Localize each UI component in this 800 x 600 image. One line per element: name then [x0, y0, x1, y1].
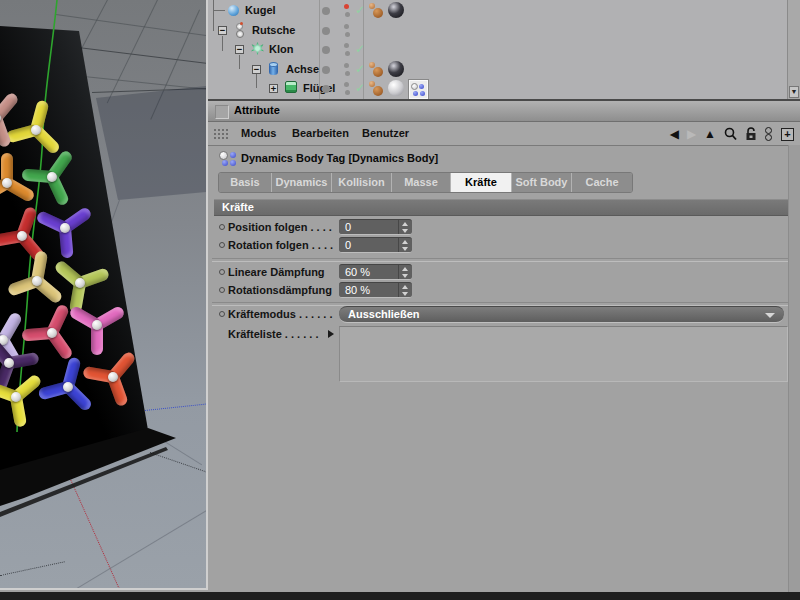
collapse-expander[interactable]: −	[235, 45, 244, 54]
menu-benutzer[interactable]: Benutzer	[362, 127, 409, 139]
visibility-dot-render[interactable]	[345, 32, 350, 37]
tab-kraefte[interactable]: Kräfte	[451, 173, 512, 192]
object-name[interactable]: Flügel	[303, 82, 335, 94]
kraefteliste-box[interactable]	[339, 326, 788, 382]
stepper-control[interactable]	[398, 238, 412, 252]
rutsche-object-icon	[234, 23, 244, 37]
panel-grip-icon[interactable]	[213, 128, 229, 140]
expand-arrow-icon[interactable]	[328, 330, 334, 338]
visibility-dot-render[interactable]	[345, 51, 350, 56]
visibility-dot-editor[interactable]	[344, 24, 349, 29]
kraeftemodus-dropdown[interactable]: Ausschließen	[339, 306, 784, 323]
field-row-lineare-daempfung: Lineare Dämpfung 60 %	[208, 264, 800, 280]
search-icon[interactable]	[724, 127, 737, 141]
field-label: Kräfteliste . . . . . .	[228, 328, 318, 340]
viewport-3d[interactable]	[0, 0, 208, 590]
lock-open-icon[interactable]	[745, 127, 757, 141]
field-row-rotation-folgen: Rotation folgen . . . . 0	[208, 237, 800, 253]
layer-dot[interactable]	[322, 66, 330, 74]
panel-menu-icon[interactable]	[215, 105, 229, 119]
field-row-position-folgen: Position folgen . . . . 0	[208, 219, 800, 235]
stepper-control[interactable]	[398, 283, 412, 297]
tab-kollision[interactable]: Kollision	[332, 173, 392, 192]
om-row-klon[interactable]: − Klon ✓	[208, 40, 788, 59]
visibility-dot-editor[interactable]	[344, 82, 349, 87]
tab-dynamics[interactable]: Dynamics	[272, 173, 332, 192]
layer-dot[interactable]	[322, 27, 330, 35]
object-name[interactable]: Klon	[269, 43, 293, 55]
field-row-rotationsdaempfung: Rotationsdämpfung 80 %	[208, 282, 800, 298]
field-label: Position folgen . . . .	[228, 221, 332, 233]
object-name[interactable]: Rutsche	[252, 24, 295, 36]
keyframe-dot[interactable]	[219, 224, 225, 230]
keyframe-dot[interactable]	[219, 287, 225, 293]
collapse-expander[interactable]: −	[252, 65, 261, 74]
history-forward-icon[interactable]: ▶	[687, 127, 696, 141]
collapse-expander[interactable]: +	[269, 84, 278, 93]
visibility-dot-editor[interactable]	[344, 43, 349, 48]
visibility-dot-render[interactable]	[345, 90, 350, 95]
om-scrollbar[interactable]: ▼	[787, 0, 800, 99]
visibility-dot-render[interactable]	[345, 71, 350, 76]
cloner-object-icon	[251, 42, 264, 55]
layer-dot[interactable]	[322, 46, 330, 54]
layer-dot[interactable]	[322, 7, 330, 15]
om-row-fluegel[interactable]: + Flügel ✓	[208, 79, 788, 98]
parent-up-icon[interactable]: ▲	[704, 127, 716, 141]
sphere-object-icon	[228, 5, 239, 16]
tab-soft-body[interactable]: Soft Body	[512, 173, 572, 192]
visibility-dot-editor[interactable]	[344, 4, 349, 9]
attribute-manager: Attribute Modus Bearbeiten Benutzer ◀ ▶ …	[208, 101, 800, 592]
tab-cache[interactable]: Cache	[572, 173, 632, 192]
menu-bearbeiten[interactable]: Bearbeiten	[292, 127, 349, 139]
object-name[interactable]: Kugel	[245, 4, 276, 16]
stepper-control[interactable]	[398, 220, 412, 234]
keyframe-dot[interactable]	[219, 242, 225, 248]
new-panel-icon[interactable]: +	[781, 128, 794, 141]
dynamics-body-tag-icon-selected[interactable]	[409, 80, 428, 99]
visibility-dot-render[interactable]	[345, 12, 350, 17]
scroll-down-button[interactable]: ▼	[789, 86, 799, 98]
sync-icon[interactable]	[765, 127, 773, 142]
field-label: Lineare Dämpfung	[228, 266, 325, 278]
om-row-kugel[interactable]: Kugel ✓	[208, 1, 788, 20]
object-name[interactable]: Achse	[286, 63, 319, 75]
tab-masse[interactable]: Masse	[392, 173, 451, 192]
enabled-check[interactable]: ✓	[355, 42, 365, 56]
collapse-expander[interactable]: −	[218, 26, 227, 35]
dynamics-body-tag-icon[interactable]	[368, 2, 385, 19]
rotationsdaempfung-input[interactable]: 80 %	[339, 282, 412, 298]
cylinder-object-icon	[269, 62, 278, 75]
attribute-panel-titlebar: Attribute	[208, 101, 800, 122]
section-header-kraefte[interactable]: Kräfte	[214, 199, 790, 216]
dynamics-body-tag-icon[interactable]	[368, 61, 385, 78]
rotation-folgen-input[interactable]: 0	[339, 237, 412, 253]
attribute-scroll-gutter[interactable]	[788, 145, 800, 592]
keyframe-dot[interactable]	[219, 311, 225, 317]
separator	[212, 258, 792, 262]
enabled-check[interactable]: ✓	[355, 3, 365, 17]
material-tag-icon[interactable]	[388, 61, 405, 78]
spline-curve	[0, 0, 206, 590]
lineare-daempfung-input[interactable]: 60 %	[339, 264, 412, 280]
cube-object-icon	[285, 81, 297, 93]
dynamics-body-tag-icon[interactable]	[368, 80, 385, 97]
layer-dot[interactable]	[322, 85, 330, 93]
bottom-panel-edge	[0, 592, 800, 600]
field-row-kraefteliste: Kräfteliste . . . . . .	[208, 326, 800, 382]
enabled-check[interactable]: ✓	[355, 81, 365, 95]
om-row-rutsche[interactable]: − Rutsche	[208, 21, 788, 40]
object-manager: Kugel ✓ −	[208, 0, 800, 101]
om-row-achse[interactable]: − Achse ✓	[208, 60, 788, 79]
keyframe-dot[interactable]	[219, 269, 225, 275]
history-back-icon[interactable]: ◀	[670, 127, 679, 141]
visibility-dot-editor[interactable]	[344, 63, 349, 68]
tab-basis[interactable]: Basis	[219, 173, 272, 192]
menu-modus[interactable]: Modus	[241, 127, 276, 139]
enabled-check[interactable]: ✓	[355, 62, 365, 76]
material-tag-icon-light[interactable]	[388, 80, 405, 97]
stepper-control[interactable]	[398, 265, 412, 279]
material-tag-icon[interactable]	[388, 2, 405, 19]
position-folgen-input[interactable]: 0	[339, 219, 412, 235]
right-panels: Kugel ✓ −	[208, 0, 800, 592]
